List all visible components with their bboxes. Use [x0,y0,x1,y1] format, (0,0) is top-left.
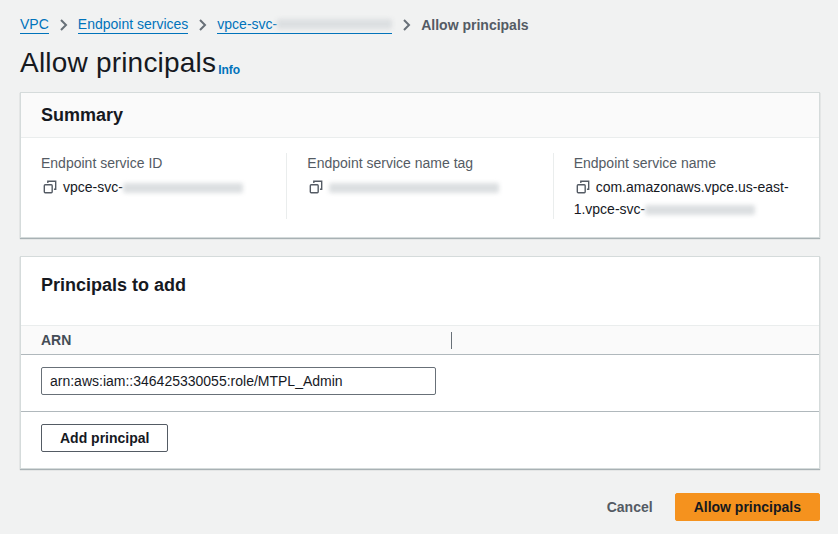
copy-icon[interactable] [576,179,590,199]
field-value: com.amazonaws.vpce.us-east-1.vpce-svc- [574,177,799,219]
summary-card: Summary Endpoint service ID vpce-svc- En… [20,92,820,238]
summary-field-endpoint-service-name: Endpoint service name com.amazonaws.vpce… [553,153,819,219]
principals-card-footer: Add principal [21,412,819,468]
allow-principals-button[interactable]: Allow principals [675,493,820,521]
summary-card-header: Summary [21,93,819,138]
breadcrumb-link-endpoint-services[interactable]: Endpoint services [78,15,189,34]
breadcrumb-link-endpoint-service-id[interactable]: vpce-svc- [217,15,392,34]
breadcrumb-separator-icon [59,19,68,31]
summary-field-endpoint-service-name-tag: Endpoint service name tag [286,153,552,219]
summary-body: Endpoint service ID vpce-svc- Endpoint s… [21,138,819,237]
field-label: Endpoint service name tag [307,153,532,173]
principals-card-header: Principals to add [21,257,819,325]
breadcrumb-current: Allow principals [421,16,528,34]
page-actions: Cancel Allow principals [20,493,820,521]
add-principal-button[interactable]: Add principal [41,424,168,452]
redacted-value [645,205,755,215]
arn-column-header-row: ARN [21,325,819,355]
principals-to-add-card: Principals to add ARN Add principal [20,256,820,469]
breadcrumb-separator-icon [402,19,411,31]
breadcrumb: VPC Endpoint services vpce-svc- Allow pr… [0,0,838,34]
redacted-value [123,183,243,193]
copy-icon[interactable] [43,179,57,199]
field-value [307,177,532,199]
redacted-service-id [277,19,392,29]
arn-input-row [21,355,819,412]
breadcrumb-link-vpc[interactable]: VPC [20,15,49,34]
breadcrumb-separator-icon [198,19,207,31]
page-title: Allow principals [20,47,216,78]
redacted-value [329,183,499,193]
endpoint-service-id-value: vpce-svc- [63,179,123,195]
cancel-button[interactable]: Cancel [607,499,653,515]
page-header: Allow principalsInfo [0,34,838,92]
service-id-prefix: vpce-svc- [217,15,277,33]
principals-title: Principals to add [41,274,799,296]
field-value: vpce-svc- [41,177,266,199]
arn-column-header: ARN [41,332,71,348]
summary-field-endpoint-service-id: Endpoint service ID vpce-svc- [21,153,286,219]
copy-icon[interactable] [309,179,323,199]
column-resize-divider[interactable] [451,332,452,349]
summary-title: Summary [41,104,799,126]
field-label: Endpoint service ID [41,153,266,173]
info-link[interactable]: Info [218,63,240,77]
arn-input[interactable] [41,367,436,395]
field-label: Endpoint service name [574,153,799,173]
